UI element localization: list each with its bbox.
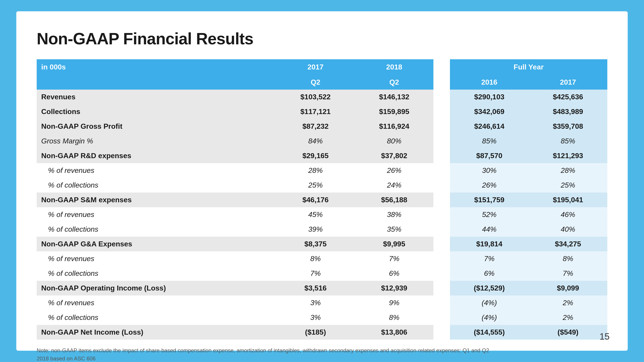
page-number: 15 (600, 332, 610, 342)
row-v1: $8,375 (276, 237, 355, 251)
row-v3: $246,614 (450, 119, 528, 134)
row-v3: 26% (450, 178, 528, 193)
table-row: Non-GAAP Gross Profit $87,232 $116,924 $… (37, 119, 607, 134)
row-v1: 28% (276, 163, 355, 178)
slide: Non-GAAP Financial Results in 000s 2017 … (16, 11, 628, 351)
fy2017-sub: 2017 (528, 75, 607, 90)
row-v2: 7% (355, 251, 434, 266)
row-v2: 9% (355, 296, 434, 310)
row-v3: $290,103 (450, 90, 528, 104)
row-v4: 85% (528, 134, 607, 148)
spacer-cell (434, 325, 450, 340)
row-v1: $46,176 (276, 193, 355, 207)
row-label: % of revenues (37, 296, 276, 310)
table-row: % of collections 7% 6% 6% 7% (37, 266, 607, 281)
spacer-cell (434, 134, 450, 148)
row-v4: $34,275 (528, 237, 607, 251)
spacer-cell (434, 148, 450, 163)
row-v2: 8% (355, 310, 434, 325)
row-v4: 2% (528, 296, 607, 310)
spacer-cell (434, 90, 450, 104)
table-row: % of collections 3% 8% (4%) 2% (37, 310, 607, 325)
row-v3: (4%) (450, 296, 528, 310)
row-v1: 3% (276, 310, 355, 325)
row-label: Non-GAAP S&M expenses (37, 193, 276, 207)
spacer-cell (434, 222, 450, 237)
row-v3: $151,759 (450, 193, 528, 207)
table-row: % of revenues 3% 9% (4%) 2% (37, 296, 607, 310)
row-v2: 26% (355, 163, 434, 178)
row-v3: 6% (450, 266, 528, 281)
row-v3: 30% (450, 163, 528, 178)
row-v1: $29,165 (276, 148, 355, 163)
spacer-cell (434, 296, 450, 310)
row-v2: 80% (355, 134, 434, 148)
row-label: Gross Margin % (37, 134, 276, 148)
row-v1: $103,522 (276, 90, 355, 104)
financial-table: in 000s 2017 2018 Full Year Q2 Q2 2016 2… (37, 59, 607, 340)
table-row: % of revenues 28% 26% 30% 28% (37, 163, 607, 178)
spacer-subheader (434, 75, 450, 90)
row-v4: $9,099 (528, 281, 607, 296)
row-v4: ($549) (528, 325, 607, 340)
row-label: Non-GAAP Operating Income (Loss) (37, 281, 276, 296)
row-label: Collections (37, 104, 276, 119)
row-v2: 24% (355, 178, 434, 193)
row-v4: 7% (528, 266, 607, 281)
spacer-cell (434, 163, 450, 178)
spacer-cell (434, 251, 450, 266)
spacer-cell (434, 119, 450, 134)
table-wrapper: in 000s 2017 2018 Full Year Q2 Q2 2016 2… (37, 59, 607, 340)
spacer-cell (434, 281, 450, 296)
row-v3: (4%) (450, 310, 528, 325)
row-v1: 8% (276, 251, 355, 266)
row-v2: $9,995 (355, 237, 434, 251)
row-v1: ($185) (276, 325, 355, 340)
row-v2: 35% (355, 222, 434, 237)
row-v4: $425,636 (528, 90, 607, 104)
row-v4: $359,708 (528, 119, 607, 134)
spacer-cell (434, 193, 450, 207)
row-v2: 38% (355, 207, 434, 222)
table-row: Non-GAAP R&D expenses $29,165 $37,802 $8… (37, 148, 607, 163)
table-header-row-1: in 000s 2017 2018 Full Year (37, 59, 607, 75)
row-label: Non-GAAP R&D expenses (37, 148, 276, 163)
row-v1: 45% (276, 207, 355, 222)
table-row: % of revenues 45% 38% 52% 46% (37, 207, 607, 222)
q2-2017-sub: Q2 (276, 75, 355, 90)
row-v3: 52% (450, 207, 528, 222)
spacer-cell (434, 237, 450, 251)
row-label: Revenues (37, 90, 276, 104)
row-v4: $121,293 (528, 148, 607, 163)
row-v3: 44% (450, 222, 528, 237)
row-v4: 40% (528, 222, 607, 237)
table-body: Revenues $103,522 $146,132 $290,103 $425… (37, 90, 607, 340)
table-header-row-2: Q2 Q2 2016 2017 (37, 75, 607, 90)
row-v4: $195,041 (528, 193, 607, 207)
row-v2: $12,939 (355, 281, 434, 296)
table-row: Collections $117,121 $159,895 $342,069 $… (37, 104, 607, 119)
row-label: Non-GAAP G&A Expenses (37, 237, 276, 251)
row-v3: ($14,555) (450, 325, 528, 340)
row-v2: $116,924 (355, 119, 434, 134)
fy2016-sub: 2016 (450, 75, 528, 90)
row-label: % of collections (37, 266, 276, 281)
row-v2: $146,132 (355, 90, 434, 104)
spacer-header (434, 59, 450, 75)
label-header: in 000s (37, 59, 276, 75)
row-label: % of collections (37, 178, 276, 193)
row-v3: 85% (450, 134, 528, 148)
table-row: % of collections 39% 35% 44% 40% (37, 222, 607, 237)
row-v1: 7% (276, 266, 355, 281)
table-row: Non-GAAP Operating Income (Loss) $3,516 … (37, 281, 607, 296)
row-v4: 46% (528, 207, 607, 222)
row-v2: $56,188 (355, 193, 434, 207)
row-v1: $3,516 (276, 281, 355, 296)
row-v4: 8% (528, 251, 607, 266)
table-row: Non-GAAP Net Income (Loss) ($185) $13,80… (37, 325, 607, 340)
page-title: Non-GAAP Financial Results (37, 29, 607, 48)
table-row: % of collections 25% 24% 26% 25% (37, 178, 607, 193)
row-label: % of collections (37, 222, 276, 237)
row-label: % of revenues (37, 207, 276, 222)
row-v2: 6% (355, 266, 434, 281)
